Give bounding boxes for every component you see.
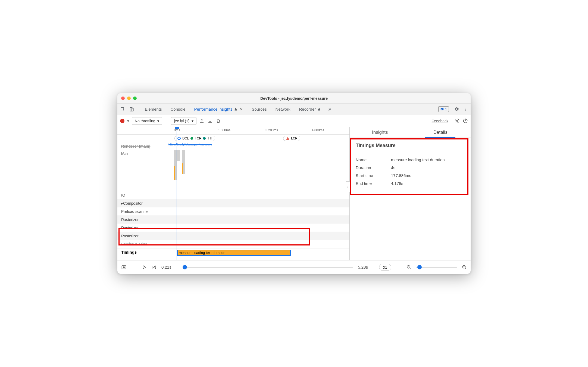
detail-duration: Duration4s: [356, 164, 463, 172]
ruler-tick: 1,600ms: [218, 128, 230, 132]
svg-point-9: [456, 120, 458, 122]
timings-label: Timings: [121, 250, 137, 254]
panel-settings-icon[interactable]: [454, 118, 460, 124]
play-icon[interactable]: [142, 265, 147, 270]
track-rasterizer-3[interactable]: Rasterizer: [117, 232, 349, 240]
timeline-scrubber[interactable]: [183, 267, 353, 268]
side-tabs: Insights Details: [350, 127, 471, 138]
timeline-pane[interactable]: 0ms 1,600ms 3,200ms 4,800ms DCL FCP TTI …: [117, 127, 350, 260]
more-tabs-icon[interactable]: [326, 105, 333, 113]
screenshot-toggle-icon[interactable]: [121, 265, 127, 270]
flask-icon: [234, 107, 237, 111]
track-timings[interactable]: Timings measure loading text duration: [117, 248, 349, 257]
recording-select[interactable]: jec.fyi (1)▾: [171, 117, 196, 125]
svg-point-7: [465, 109, 466, 110]
marker-icon: [177, 137, 181, 140]
markers-row: DCL FCP TTI LCP https://jec.fyi/demo/per…: [117, 135, 349, 142]
record-button[interactable]: [120, 119, 124, 123]
svg-rect-2: [132, 108, 133, 111]
detail-end-time: End time4.178s: [356, 179, 463, 187]
detail-name: Namemeasure loading text duration: [356, 156, 463, 164]
inspect-element-icon[interactable]: [119, 105, 127, 113]
kebab-menu-icon[interactable]: [461, 105, 469, 113]
marker-lcp[interactable]: LCP: [283, 136, 300, 141]
ruler-tick: 4,800ms: [312, 128, 324, 132]
svg-rect-4: [441, 109, 443, 109]
panel-tabbar: Elements Console Performance insights ✕ …: [117, 104, 471, 115]
details-card: Timings Measure Namemeasure loading text…: [350, 138, 468, 195]
playhead[interactable]: [177, 127, 177, 260]
svg-rect-5: [441, 109, 442, 110]
details-title: Timings Measure: [356, 143, 463, 148]
time-start-label: 0.21s: [161, 265, 178, 269]
side-panel: › Insights Details Timings Measure Namem…: [350, 127, 471, 260]
playback-bar: 0.21s 5.28s x1: [117, 260, 471, 274]
svg-point-6: [465, 108, 466, 108]
record-dropdown[interactable]: ▾: [127, 119, 129, 123]
maximize-window-button[interactable]: [133, 97, 137, 100]
track-rasterizer-2[interactable]: Rasterizer: [117, 224, 349, 232]
svg-point-13: [123, 266, 124, 268]
time-ruler[interactable]: 0ms 1,600ms 3,200ms 4,800ms: [117, 127, 349, 135]
titlebar: DevTools - jec.fyi/demo/perf-measure: [117, 93, 471, 104]
perf-toolbar: ▾ No throttling▾ jec.fyi (1)▾ Feedback: [117, 115, 471, 127]
track-rasterizer-1[interactable]: Rasterizer: [117, 216, 349, 224]
traffic-lights: [121, 97, 137, 100]
svg-point-8: [465, 110, 466, 111]
tab-details[interactable]: Details: [410, 127, 471, 138]
svg-point-11: [178, 137, 180, 140]
timing-measure-bar[interactable]: measure loading text duration: [177, 250, 291, 256]
tab-performance-insights[interactable]: Performance insights ✕: [190, 104, 247, 115]
feedback-link[interactable]: Feedback: [432, 119, 448, 123]
close-tab-icon[interactable]: ✕: [240, 107, 243, 111]
marker-pill-group[interactable]: DCL FCP TTI: [174, 136, 215, 141]
import-icon[interactable]: [207, 118, 213, 124]
collapse-panel-icon[interactable]: ›: [346, 181, 350, 192]
minimize-window-button[interactable]: [127, 97, 131, 100]
delete-icon[interactable]: [215, 118, 221, 124]
detail-start-time: Start time177.886ms: [356, 172, 463, 179]
zoom-slider[interactable]: [416, 267, 457, 268]
tab-sources[interactable]: Sources: [248, 104, 270, 115]
content-area: 0ms 1,600ms 3,200ms 4,800ms DCL FCP TTI …: [117, 127, 471, 260]
track-compositor[interactable]: ▸ Compositor: [117, 199, 349, 207]
issue-icon: [440, 107, 444, 111]
details-body: Timings Measure Namemeasure loading text…: [350, 138, 471, 195]
device-toolbar-icon[interactable]: [128, 105, 135, 113]
track-renderer[interactable]: Renderer (main): [117, 142, 349, 150]
track-preload-scanner[interactable]: Preload scanner: [117, 207, 349, 216]
zoom-out-icon[interactable]: [406, 265, 411, 270]
window-title: DevTools - jec.fyi/demo/perf-measure: [117, 96, 471, 101]
close-window-button[interactable]: [121, 97, 125, 100]
tab-insights[interactable]: Insights: [350, 127, 410, 138]
svg-rect-0: [121, 107, 124, 110]
throttling-select[interactable]: No throttling▾: [132, 117, 162, 125]
warning-icon: [286, 137, 289, 140]
track-service-worker[interactable]: Service Worker: [117, 240, 349, 248]
help-icon[interactable]: [462, 118, 468, 124]
time-end-label: 5.28s: [358, 265, 374, 269]
ruler-tick: 3,200ms: [265, 128, 278, 132]
track-main[interactable]: Main: [117, 150, 349, 191]
tracks-list: Renderer (main) Main IO ▸ Compositor Pre…: [117, 142, 349, 257]
flask-icon: [317, 107, 321, 111]
svg-rect-12: [122, 266, 126, 269]
export-icon[interactable]: [199, 118, 205, 124]
issues-badge[interactable]: 1: [438, 106, 449, 112]
speed-toggle[interactable]: x1: [379, 264, 391, 271]
svg-rect-3: [441, 108, 444, 110]
zoom-in-icon[interactable]: [462, 265, 467, 270]
rewind-icon[interactable]: [152, 265, 157, 270]
devtools-window: DevTools - jec.fyi/demo/perf-measure Ele…: [117, 93, 471, 274]
tab-console[interactable]: Console: [167, 104, 189, 115]
settings-icon[interactable]: [453, 105, 460, 113]
tab-elements[interactable]: Elements: [141, 104, 166, 115]
tab-network[interactable]: Network: [272, 104, 294, 115]
track-io[interactable]: IO: [117, 191, 349, 199]
tab-recorder[interactable]: Recorder: [295, 104, 325, 115]
